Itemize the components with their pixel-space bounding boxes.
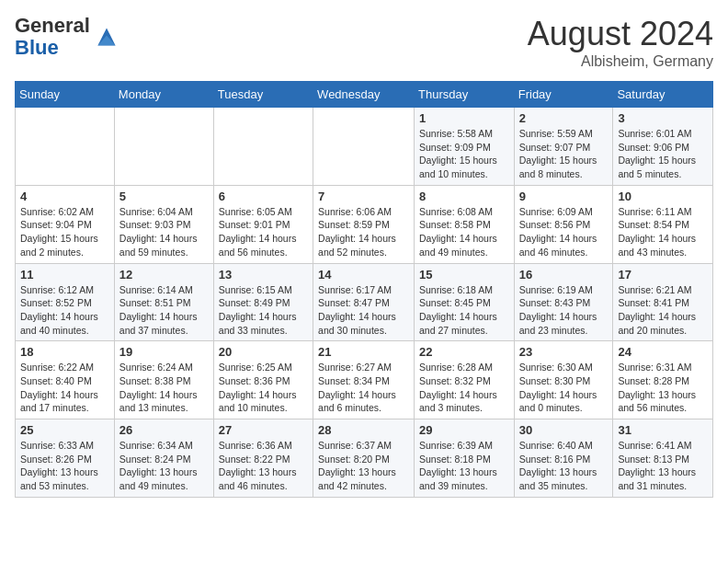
day-info: Sunrise: 6:36 AM Sunset: 8:22 PM Dayligh… — [219, 439, 308, 493]
calendar-cell: 4Sunrise: 6:02 AM Sunset: 9:04 PM Daylig… — [16, 185, 115, 263]
calendar-week-row: 1Sunrise: 5:58 AM Sunset: 9:09 PM Daylig… — [16, 108, 713, 186]
day-info: Sunrise: 6:02 AM Sunset: 9:04 PM Dayligh… — [20, 205, 109, 259]
day-number: 17 — [618, 268, 708, 282]
day-of-week-header: Friday — [514, 82, 613, 108]
day-info: Sunrise: 6:19 AM Sunset: 8:43 PM Dayligh… — [519, 283, 609, 338]
title-block: August 2024 Albisheim, Germany — [528, 15, 713, 70]
day-number: 28 — [318, 423, 409, 437]
location-subtitle: Albisheim, Germany — [528, 53, 713, 70]
day-of-week-header: Wednesday — [313, 82, 415, 108]
day-info: Sunrise: 6:11 AM Sunset: 8:54 PM Dayligh… — [618, 205, 708, 259]
day-number: 8 — [419, 190, 509, 203]
day-info: Sunrise: 6:28 AM Sunset: 8:32 PM Dayligh… — [419, 361, 509, 415]
day-info: Sunrise: 5:59 AM Sunset: 9:07 PM Dayligh… — [519, 127, 609, 181]
month-year-title: August 2024 — [528, 15, 713, 53]
day-info: Sunrise: 6:05 AM Sunset: 9:01 PM Dayligh… — [219, 205, 308, 259]
calendar-body: 1Sunrise: 5:58 AM Sunset: 9:09 PM Daylig… — [16, 108, 713, 498]
calendar-cell: 24Sunrise: 6:31 AM Sunset: 8:28 PM Dayli… — [613, 341, 713, 419]
day-info: Sunrise: 6:21 AM Sunset: 8:41 PM Dayligh… — [618, 283, 708, 338]
calendar-cell — [313, 108, 415, 186]
day-number: 23 — [519, 345, 609, 359]
day-of-week-header: Thursday — [415, 82, 515, 108]
day-info: Sunrise: 6:39 AM Sunset: 8:18 PM Dayligh… — [419, 439, 509, 493]
calendar-cell: 16Sunrise: 6:19 AM Sunset: 8:43 PM Dayli… — [514, 263, 613, 341]
logo-blue-text: Blue — [15, 36, 59, 59]
day-info: Sunrise: 6:27 AM Sunset: 8:34 PM Dayligh… — [318, 361, 409, 415]
day-info: Sunrise: 6:34 AM Sunset: 8:24 PM Dayligh… — [119, 439, 209, 493]
calendar-cell: 18Sunrise: 6:22 AM Sunset: 8:40 PM Dayli… — [16, 341, 115, 419]
day-info: Sunrise: 6:17 AM Sunset: 8:47 PM Dayligh… — [318, 283, 409, 338]
calendar-cell: 26Sunrise: 6:34 AM Sunset: 8:24 PM Dayli… — [114, 419, 213, 498]
day-number: 9 — [519, 190, 609, 203]
day-number: 21 — [318, 345, 409, 359]
calendar-cell — [213, 108, 313, 186]
day-number: 15 — [419, 268, 509, 282]
day-number: 18 — [20, 345, 109, 359]
calendar-cell — [114, 108, 213, 186]
day-number: 30 — [519, 423, 609, 437]
day-number: 12 — [119, 268, 209, 282]
calendar-cell: 12Sunrise: 6:14 AM Sunset: 8:51 PM Dayli… — [114, 263, 213, 341]
day-of-week-header: Tuesday — [213, 82, 313, 108]
calendar-cell: 30Sunrise: 6:40 AM Sunset: 8:16 PM Dayli… — [514, 419, 613, 498]
calendar-cell: 14Sunrise: 6:17 AM Sunset: 8:47 PM Dayli… — [313, 263, 415, 341]
day-info: Sunrise: 6:06 AM Sunset: 8:59 PM Dayligh… — [318, 205, 409, 259]
day-info: Sunrise: 6:22 AM Sunset: 8:40 PM Dayligh… — [20, 361, 109, 415]
day-info: Sunrise: 6:33 AM Sunset: 8:26 PM Dayligh… — [20, 439, 109, 493]
day-number: 31 — [618, 423, 708, 437]
calendar-header: SundayMondayTuesdayWednesdayThursdayFrid… — [16, 82, 713, 108]
calendar-cell: 13Sunrise: 6:15 AM Sunset: 8:49 PM Dayli… — [213, 263, 313, 341]
day-info: Sunrise: 6:24 AM Sunset: 8:38 PM Dayligh… — [119, 361, 209, 415]
calendar-cell: 3Sunrise: 6:01 AM Sunset: 9:06 PM Daylig… — [613, 108, 713, 186]
calendar-cell: 22Sunrise: 6:28 AM Sunset: 8:32 PM Dayli… — [415, 341, 515, 419]
logo: General Blue — [15, 15, 121, 59]
day-of-week-header: Monday — [114, 82, 213, 108]
calendar-cell: 7Sunrise: 6:06 AM Sunset: 8:59 PM Daylig… — [313, 185, 415, 263]
day-number: 4 — [20, 190, 109, 203]
calendar-cell: 27Sunrise: 6:36 AM Sunset: 8:22 PM Dayli… — [213, 419, 313, 498]
day-info: Sunrise: 6:30 AM Sunset: 8:30 PM Dayligh… — [519, 361, 609, 415]
page-header: General Blue August 2024 Albisheim, Germ… — [15, 15, 713, 70]
day-number: 14 — [318, 268, 409, 282]
calendar-cell: 5Sunrise: 6:04 AM Sunset: 9:03 PM Daylig… — [114, 185, 213, 263]
calendar-cell: 23Sunrise: 6:30 AM Sunset: 8:30 PM Dayli… — [514, 341, 613, 419]
day-info: Sunrise: 6:18 AM Sunset: 8:45 PM Dayligh… — [419, 283, 509, 338]
calendar-cell: 28Sunrise: 6:37 AM Sunset: 8:20 PM Dayli… — [313, 419, 415, 498]
calendar-cell: 9Sunrise: 6:09 AM Sunset: 8:56 PM Daylig… — [514, 185, 613, 263]
days-of-week-row: SundayMondayTuesdayWednesdayThursdayFrid… — [16, 82, 713, 108]
calendar-week-row: 25Sunrise: 6:33 AM Sunset: 8:26 PM Dayli… — [16, 419, 713, 498]
day-number: 16 — [519, 268, 609, 282]
day-number: 13 — [219, 268, 308, 282]
day-number: 29 — [419, 423, 509, 437]
calendar-cell: 8Sunrise: 6:08 AM Sunset: 8:58 PM Daylig… — [415, 185, 515, 263]
day-info: Sunrise: 6:15 AM Sunset: 8:49 PM Dayligh… — [219, 283, 308, 338]
day-info: Sunrise: 6:25 AM Sunset: 8:36 PM Dayligh… — [219, 361, 308, 415]
day-number: 19 — [119, 345, 209, 359]
calendar-cell: 21Sunrise: 6:27 AM Sunset: 8:34 PM Dayli… — [313, 341, 415, 419]
day-info: Sunrise: 6:01 AM Sunset: 9:06 PM Dayligh… — [618, 127, 708, 181]
calendar-cell: 15Sunrise: 6:18 AM Sunset: 8:45 PM Dayli… — [415, 263, 515, 341]
day-number: 7 — [318, 190, 409, 203]
day-of-week-header: Saturday — [613, 82, 713, 108]
calendar-cell: 29Sunrise: 6:39 AM Sunset: 8:18 PM Dayli… — [415, 419, 515, 498]
day-of-week-header: Sunday — [16, 82, 115, 108]
day-info: Sunrise: 6:09 AM Sunset: 8:56 PM Dayligh… — [519, 205, 609, 259]
day-info: Sunrise: 6:41 AM Sunset: 8:13 PM Dayligh… — [618, 439, 708, 493]
day-number: 24 — [618, 345, 708, 359]
calendar-cell — [16, 108, 115, 186]
day-info: Sunrise: 6:12 AM Sunset: 8:52 PM Dayligh… — [20, 283, 109, 338]
calendar-cell: 1Sunrise: 5:58 AM Sunset: 9:09 PM Daylig… — [415, 108, 515, 186]
calendar-cell: 2Sunrise: 5:59 AM Sunset: 9:07 PM Daylig… — [514, 108, 613, 186]
calendar-cell: 17Sunrise: 6:21 AM Sunset: 8:41 PM Dayli… — [613, 263, 713, 341]
day-number: 20 — [219, 345, 308, 359]
day-info: Sunrise: 6:31 AM Sunset: 8:28 PM Dayligh… — [618, 361, 708, 415]
day-number: 11 — [20, 268, 109, 282]
day-number: 25 — [20, 423, 109, 437]
day-info: Sunrise: 5:58 AM Sunset: 9:09 PM Dayligh… — [419, 127, 509, 181]
calendar-cell: 10Sunrise: 6:11 AM Sunset: 8:54 PM Dayli… — [613, 185, 713, 263]
calendar-week-row: 11Sunrise: 6:12 AM Sunset: 8:52 PM Dayli… — [16, 263, 713, 341]
day-info: Sunrise: 6:40 AM Sunset: 8:16 PM Dayligh… — [519, 439, 609, 493]
day-number: 26 — [119, 423, 209, 437]
day-info: Sunrise: 6:08 AM Sunset: 8:58 PM Dayligh… — [419, 205, 509, 259]
day-info: Sunrise: 6:04 AM Sunset: 9:03 PM Dayligh… — [119, 205, 209, 259]
